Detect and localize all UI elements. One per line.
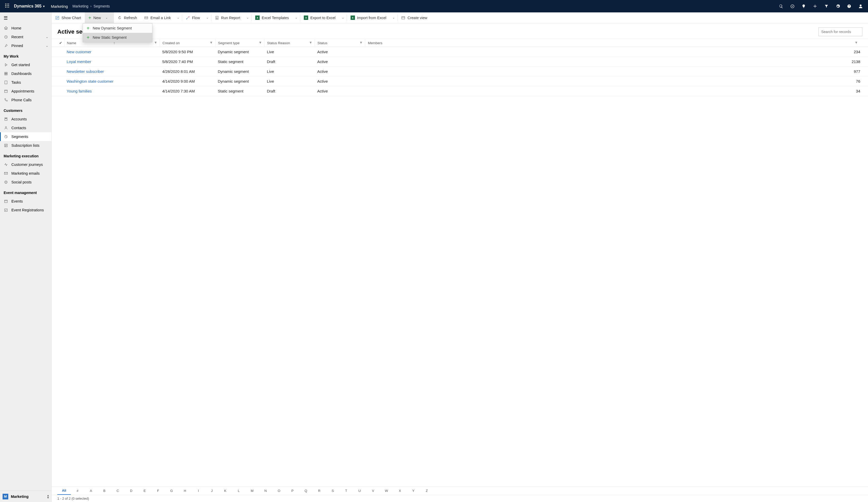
select-all-checkbox[interactable]: ✔: [57, 41, 64, 45]
alpha-q[interactable]: Q: [299, 487, 313, 495]
chevron-down-icon[interactable]: ⌄: [103, 16, 110, 19]
alpha-z[interactable]: Z: [420, 487, 433, 495]
column-segment-type[interactable]: Segment type: [215, 39, 264, 47]
alpha-m[interactable]: M: [245, 487, 259, 495]
alpha-a[interactable]: A: [84, 487, 98, 495]
alpha-n[interactable]: N: [259, 487, 272, 495]
excel-templates-button[interactable]: x Excel Templates: [251, 12, 292, 23]
sidebar-item-getstarted[interactable]: Get started: [0, 60, 51, 69]
alpha-r[interactable]: R: [313, 487, 326, 495]
alpha-f[interactable]: F: [152, 487, 165, 495]
sidebar-item-dashboards[interactable]: Dashboards: [0, 69, 51, 78]
filter-icon[interactable]: [855, 41, 858, 45]
sidebar-item-appointments[interactable]: Appointments: [0, 87, 51, 95]
alpha-j[interactable]: J: [205, 487, 218, 495]
lightbulb-icon[interactable]: [801, 4, 807, 8]
table-row[interactable]: Young families4/14/2020 7:30 AMStatic se…: [52, 86, 868, 96]
filter-icon[interactable]: [259, 41, 262, 45]
export-excel-button[interactable]: x Export to Excel: [300, 12, 339, 23]
new-dynamic-segment-item[interactable]: + New Dynamic Segment: [83, 23, 152, 33]
record-link[interactable]: Loyal member: [67, 59, 91, 64]
sidebar-item-events[interactable]: Events: [0, 197, 51, 206]
alpha-g[interactable]: G: [165, 487, 178, 495]
alpha-u[interactable]: U: [353, 487, 366, 495]
alpha-x[interactable]: X: [393, 487, 406, 495]
chevron-down-icon[interactable]: ⌄: [204, 16, 211, 19]
chevron-down-icon[interactable]: ⌄: [244, 16, 251, 19]
refresh-button[interactable]: Refresh: [114, 12, 141, 23]
nav-home[interactable]: Home: [0, 24, 51, 32]
sidebar-item-accounts[interactable]: Accounts: [0, 115, 51, 123]
filter-icon[interactable]: [210, 41, 213, 45]
record-link[interactable]: Newsletter subscriber: [67, 69, 104, 74]
record-link[interactable]: Washington state customer: [67, 79, 113, 83]
record-link[interactable]: Young families: [67, 89, 92, 93]
alpha-w[interactable]: W: [380, 487, 393, 495]
nav-pinned[interactable]: Pinned ⌄: [0, 41, 51, 50]
show-chart-button[interactable]: Show Chart: [52, 12, 85, 23]
sidebar-item-journeys[interactable]: Customer journeys: [0, 160, 51, 169]
alpha-h[interactable]: H: [178, 487, 192, 495]
flow-button[interactable]: Flow: [182, 12, 204, 23]
sidebar-item-segments[interactable]: Segments: [0, 132, 51, 141]
column-created-on[interactable]: Created on: [160, 39, 215, 47]
table-row[interactable]: Loyal member5/8/2020 7:40 PMStatic segme…: [52, 57, 868, 66]
column-members[interactable]: Members: [365, 39, 868, 47]
search-input[interactable]: [821, 30, 867, 34]
table-row[interactable]: Washington state customer4/14/2020 9:00 …: [52, 76, 868, 86]
chevron-down-icon[interactable]: ⌄: [339, 16, 347, 19]
alpha-e[interactable]: E: [138, 487, 152, 495]
search-icon[interactable]: [778, 4, 784, 9]
filter-icon[interactable]: [360, 41, 362, 45]
alpha-t[interactable]: T: [340, 487, 353, 495]
app-launcher-icon[interactable]: [2, 3, 12, 9]
import-excel-button[interactable]: x Import from Excel: [347, 12, 390, 23]
chevron-down-icon[interactable]: ⌄: [390, 16, 397, 19]
new-button[interactable]: + New ⌄: [85, 12, 114, 23]
help-icon[interactable]: [846, 4, 852, 8]
sidebar-item-tasks[interactable]: Tasks: [0, 78, 51, 87]
email-link-button[interactable]: Email a Link: [141, 12, 174, 23]
table-row[interactable]: Newsletter subscriber4/28/2020 8:01 AMDy…: [52, 66, 868, 76]
create-view-button[interactable]: Create view: [397, 12, 431, 23]
app-area[interactable]: Marketing: [46, 4, 73, 9]
sidebar-item-sublists[interactable]: Subscription lists: [0, 141, 51, 150]
filter-icon[interactable]: [824, 4, 829, 8]
alpha-k[interactable]: K: [218, 487, 232, 495]
sidebar-item-contacts[interactable]: Contacts: [0, 123, 51, 132]
alpha-v[interactable]: V: [366, 487, 380, 495]
filter-icon[interactable]: [309, 41, 312, 45]
alpha-s[interactable]: S: [326, 487, 340, 495]
new-static-segment-item[interactable]: + New Static Segment: [83, 33, 152, 42]
alpha-all[interactable]: All: [57, 487, 71, 495]
assistant-icon[interactable]: [789, 4, 795, 9]
hamburger-icon[interactable]: ☰: [0, 12, 51, 24]
gear-icon[interactable]: [835, 4, 840, 9]
column-status-reason[interactable]: Status Reason: [264, 39, 315, 47]
filter-icon[interactable]: [154, 41, 157, 45]
sidebar-item-memails[interactable]: Marketing emails: [0, 169, 51, 178]
alpha-i[interactable]: I: [192, 487, 205, 495]
add-icon[interactable]: [812, 4, 818, 8]
alpha-d[interactable]: D: [125, 487, 138, 495]
brand-switcher[interactable]: Dynamics 365 ▾: [12, 4, 46, 9]
chevron-down-icon[interactable]: ⌄: [292, 16, 300, 19]
chevron-down-icon[interactable]: ⌄: [46, 44, 48, 48]
chevron-down-icon[interactable]: ⌄: [174, 16, 182, 19]
alpha-#[interactable]: #: [71, 487, 84, 495]
chevron-down-icon[interactable]: ⌄: [46, 35, 48, 39]
alpha-b[interactable]: B: [98, 487, 111, 495]
nav-recent[interactable]: Recent ⌄: [0, 32, 51, 41]
sidebar-item-phonecalls[interactable]: Phone Calls: [0, 95, 51, 104]
alpha-l[interactable]: L: [232, 487, 245, 495]
table-row[interactable]: New customer5/8/2020 9:50 PMDynamic segm…: [52, 47, 868, 57]
breadcrumb-root[interactable]: Marketing: [73, 4, 88, 8]
sidebar-item-social[interactable]: Social posts: [0, 178, 51, 186]
alpha-c[interactable]: C: [111, 487, 125, 495]
alpha-o[interactable]: O: [272, 487, 286, 495]
search-records[interactable]: [818, 27, 862, 36]
run-report-button[interactable]: Run Report: [211, 12, 244, 23]
area-switcher[interactable]: M Marketing ▴▾: [0, 491, 51, 502]
alpha-y[interactable]: Y: [406, 487, 420, 495]
alpha-p[interactable]: P: [286, 487, 299, 495]
